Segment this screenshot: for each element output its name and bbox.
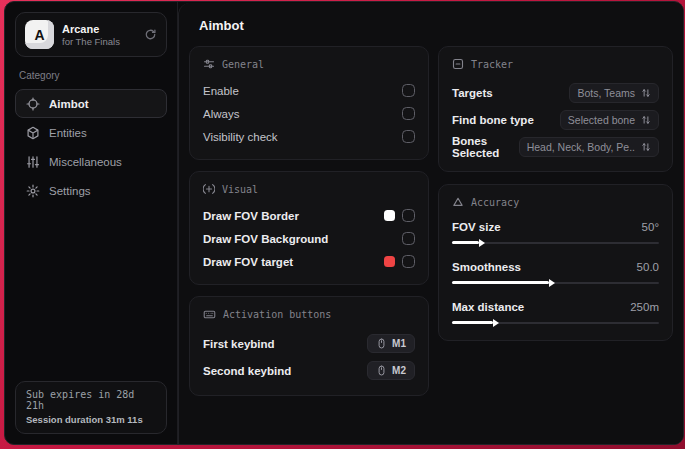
left-column: General Enable Always Visibility check <box>189 46 429 396</box>
setting-row-visibility-check: Visibility check <box>203 125 415 148</box>
card-title: Activation buttons <box>223 309 331 320</box>
accuracy-card-header: Accuracy <box>452 196 659 208</box>
sidebar-item-label: Entities <box>49 127 87 139</box>
app-subtitle: for The Finals <box>62 36 136 47</box>
general-card-header: General <box>203 58 415 70</box>
brand-text: Arcane for The Finals <box>62 23 136 47</box>
sidebar: A Arcane for The Finals Category Aimbot <box>5 2 178 444</box>
settings-columns: General Enable Always Visibility check <box>189 46 673 396</box>
slider-header: Smoothness 50.0 <box>452 257 659 276</box>
sliders-horizontal-icon <box>203 58 215 70</box>
app-window: A Arcane for The Finals Category Aimbot <box>4 1 684 445</box>
category-label: Category <box>19 70 163 81</box>
keybind-value: M2 <box>392 365 406 376</box>
targets-dropdown[interactable]: Bots, Teams <box>569 83 659 103</box>
setting-row-draw-fov-border: Draw FOV Border <box>203 204 415 227</box>
smoothness-slider[interactable] <box>452 278 659 287</box>
setting-label: Targets <box>452 87 493 99</box>
slider-value: 250m <box>630 301 659 313</box>
triangle-icon <box>452 196 464 208</box>
fov-size-slider-group: FOV size 50° <box>452 217 659 247</box>
focus-plus-icon <box>203 183 215 195</box>
row-controls <box>384 255 415 268</box>
slider-header: Max distance 250m <box>452 297 659 316</box>
visibility-check-checkbox[interactable] <box>402 130 415 143</box>
draw-fov-border-checkbox[interactable] <box>402 209 415 222</box>
sidebar-spacer <box>15 205 167 381</box>
setting-label: Max distance <box>452 301 524 313</box>
setting-row-find-bone-type: Find bone type Selected bone <box>452 106 659 133</box>
setting-label: Always <box>203 108 239 120</box>
setting-row-targets: Targets Bots, Teams <box>452 79 659 106</box>
page-title: Aimbot <box>199 18 673 33</box>
smoothness-slider-group: Smoothness 50.0 <box>452 257 659 287</box>
enable-checkbox[interactable] <box>402 84 415 97</box>
setting-label: Visibility check <box>203 131 278 143</box>
setting-label: Draw FOV Border <box>203 210 299 222</box>
setting-row-bones-selected: Bones Selected Head, Neck, Body, Pe.. <box>452 133 659 160</box>
setting-row-first-keybind: First keybind M1 <box>203 330 415 357</box>
setting-label: Draw FOV Background <box>203 233 328 245</box>
refresh-icon[interactable] <box>144 28 157 41</box>
accuracy-card: Accuracy FOV size 50° Smoothness <box>438 184 673 341</box>
tracker-card-header: Tracker <box>452 58 659 70</box>
setting-label: Bones Selected <box>452 135 519 159</box>
always-checkbox[interactable] <box>402 107 415 120</box>
card-title: Visual <box>222 184 258 195</box>
slider-value: 50° <box>642 221 659 233</box>
card-title: Tracker <box>471 59 513 70</box>
max-distance-slider[interactable] <box>452 318 659 327</box>
setting-label: Find bone type <box>452 114 534 126</box>
setting-label: Draw FOV target <box>203 256 293 268</box>
find-bone-type-dropdown[interactable]: Selected bone <box>560 110 659 130</box>
swap-vertical-icon <box>641 142 651 152</box>
keyboard-icon <box>203 308 216 321</box>
sidebar-item-settings[interactable]: Settings <box>15 176 167 205</box>
activation-card-header: Activation buttons <box>203 308 415 321</box>
sidebar-item-label: Aimbot <box>49 98 89 110</box>
slider-fill <box>452 321 493 324</box>
setting-label: Second keybind <box>203 365 291 377</box>
dropdown-value: Selected bone <box>568 114 635 126</box>
setting-label: Smoothness <box>452 261 521 273</box>
draw-fov-target-checkbox[interactable] <box>402 255 415 268</box>
sliders-vertical-icon <box>26 155 40 169</box>
fov-size-slider[interactable] <box>452 238 659 247</box>
max-distance-slider-group: Max distance 250m <box>452 297 659 327</box>
app-name: Arcane <box>62 23 136 35</box>
fov-target-color-swatch[interactable] <box>384 256 395 267</box>
visual-card-header: Visual <box>203 183 415 195</box>
visual-card: Visual Draw FOV Border Draw FOV Backgrou… <box>189 171 429 285</box>
dropdown-value: Bots, Teams <box>577 87 635 99</box>
category-nav: Aimbot Entities Miscellaneous <box>15 89 167 205</box>
setting-row-enable: Enable <box>203 79 415 102</box>
brand-card: A Arcane for The Finals <box>15 12 167 57</box>
sidebar-item-entities[interactable]: Entities <box>15 118 167 147</box>
setting-row-always: Always <box>203 102 415 125</box>
sub-expiry-text: Sub expires in 28d 21h <box>26 389 156 411</box>
second-keybind-button[interactable]: M2 <box>367 361 415 380</box>
sidebar-item-aimbot[interactable]: Aimbot <box>15 89 167 118</box>
cube-icon <box>26 126 40 140</box>
subscription-status-card: Sub expires in 28d 21h Session duration … <box>15 381 167 434</box>
setting-label: FOV size <box>452 221 501 233</box>
bones-selected-dropdown[interactable]: Head, Neck, Body, Pe.. <box>519 137 659 157</box>
box-select-icon <box>452 58 464 70</box>
card-title: General <box>222 59 264 70</box>
first-keybind-button[interactable]: M1 <box>367 334 415 353</box>
slider-fill <box>452 241 479 244</box>
card-title: Accuracy <box>471 197 519 208</box>
setting-row-draw-fov-target: Draw FOV target <box>203 250 415 273</box>
gear-icon <box>26 184 40 198</box>
fov-border-color-swatch[interactable] <box>384 210 395 221</box>
dropdown-value: Head, Neck, Body, Pe.. <box>527 141 635 153</box>
mouse-icon <box>376 338 387 349</box>
sidebar-item-miscellaneous[interactable]: Miscellaneous <box>15 147 167 176</box>
swap-vertical-icon <box>641 115 651 125</box>
activation-buttons-card: Activation buttons First keybind M1 <box>189 296 429 396</box>
setting-row-second-keybind: Second keybind M2 <box>203 357 415 384</box>
draw-fov-background-checkbox[interactable] <box>402 232 415 245</box>
sidebar-item-label: Settings <box>49 185 91 197</box>
swap-vertical-icon <box>641 88 651 98</box>
tracker-card: Tracker Targets Bots, Teams <box>438 46 673 172</box>
